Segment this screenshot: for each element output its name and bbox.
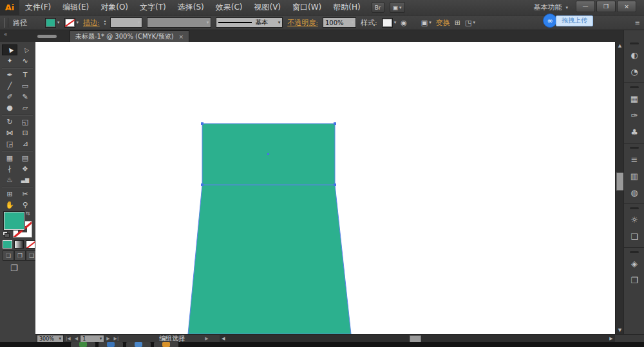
width-profile-select[interactable]: ▾ — [147, 17, 211, 28]
dock-grip[interactable] — [630, 251, 639, 253]
fill-color-control[interactable]: ▾ — [45, 18, 60, 28]
taskbar-app-button[interactable] — [99, 342, 123, 347]
menu-view[interactable]: 视图(V) — [248, 0, 287, 15]
tool-mesh[interactable]: ▦ — [2, 153, 17, 164]
stroke-panel-link[interactable]: 描边: — [83, 18, 100, 28]
tool-pen[interactable]: ✒ — [2, 70, 17, 80]
close-button[interactable]: × — [617, 1, 636, 12]
chevron-down-icon[interactable]: ▾ — [394, 20, 397, 25]
dock-grip[interactable] — [630, 207, 639, 209]
recolor-artwork-icon[interactable]: ◉ — [401, 19, 407, 27]
menu-help[interactable]: 帮助(H) — [327, 0, 366, 15]
taskbar-app-button[interactable] — [154, 342, 178, 347]
style-control[interactable]: ▾ — [382, 18, 397, 28]
brushes-icon[interactable]: ✑ — [624, 107, 644, 124]
color-panel-icon[interactable]: ◐ — [624, 46, 644, 63]
stroke-weight-stepper[interactable]: ▴ ▾ — [104, 19, 106, 26]
color-guide-icon[interactable]: ◔ — [624, 63, 644, 80]
tool-direct-selection[interactable]: ▷ — [17, 44, 33, 55]
select-similar-control[interactable]: ▣ ▾ — [421, 19, 431, 27]
stepper-down-icon[interactable]: ▾ — [104, 23, 106, 26]
fill-indicator[interactable] — [4, 212, 24, 230]
drag-upload-button[interactable]: 拖拽上传 — [556, 15, 593, 26]
stroke-weight-select[interactable]: ▾ — [110, 17, 142, 28]
menu-file[interactable]: 文件(F) — [19, 0, 57, 15]
collapse-tools-icon[interactable]: « — [4, 31, 8, 37]
bridge-icon[interactable]: Br — [372, 2, 384, 13]
menu-type[interactable]: 文字(T) — [134, 0, 172, 15]
tool-rectangle[interactable]: ▭ — [17, 80, 33, 91]
tool-pencil[interactable]: ✎ — [17, 91, 33, 102]
fill-swatch[interactable] — [45, 18, 56, 28]
tool-column-graph[interactable]: ▃▆ — [17, 174, 33, 185]
style-swatch[interactable] — [382, 18, 393, 28]
shape-trapezoid[interactable] — [188, 185, 351, 334]
tool-lasso[interactable]: ∿ — [17, 55, 33, 66]
anchor-top-left[interactable] — [201, 122, 204, 125]
screen-mode-button[interactable]: ❐ — [10, 263, 18, 273]
tool-magic-wand[interactable]: ✦ — [2, 55, 17, 66]
gradient-icon[interactable]: ▥ — [624, 167, 644, 184]
none-fill-button[interactable] — [26, 240, 35, 249]
tool-hand[interactable]: ✋ — [2, 200, 17, 211]
color-fill-button[interactable] — [3, 240, 12, 249]
chevron-down-icon[interactable]: ▾ — [77, 20, 79, 25]
next-artboard-icon[interactable]: ▶ — [104, 336, 111, 341]
swatches-icon[interactable]: ▦ — [624, 90, 644, 107]
tool-paintbrush[interactable]: ✐ — [2, 91, 17, 102]
restore-button[interactable]: ❐ — [596, 1, 616, 12]
draw-behind-button[interactable]: ❐ — [14, 250, 26, 261]
swap-fill-stroke-icon[interactable]: ⇆ — [26, 211, 30, 216]
transform-panel-link[interactable]: 变换 — [436, 18, 450, 28]
menu-effect[interactable]: 效果(C) — [210, 0, 249, 15]
tool-blob-brush[interactable]: ● — [2, 102, 17, 113]
tool-scale[interactable]: ◱ — [17, 117, 33, 127]
tool-rotate[interactable]: ↻ — [2, 117, 17, 127]
opacity-input[interactable]: 100% ▾ — [323, 17, 356, 28]
menu-object[interactable]: 对象(O) — [95, 0, 134, 15]
gradient-fill-button[interactable] — [14, 240, 24, 249]
chevron-down-icon[interactable]: ▾ — [57, 20, 60, 25]
tool-symbol-sprayer[interactable]: ♨ — [2, 174, 17, 185]
select-similar-icon[interactable]: ▣ — [421, 19, 428, 27]
taskbar-app-button[interactable] — [71, 342, 95, 347]
scroll-right-icon[interactable]: ▶ — [607, 336, 615, 341]
tool-perspective-grid[interactable]: ⊿ — [17, 138, 33, 149]
isolate-control[interactable]: ◳ ▾ — [465, 19, 475, 27]
dock-grip[interactable] — [630, 147, 639, 149]
stroke-icon[interactable]: ≡ — [624, 151, 644, 167]
tool-blend[interactable]: ❖ — [17, 164, 33, 174]
graphic-styles-icon[interactable]: ❏ — [624, 228, 644, 245]
anchor-top-right[interactable] — [334, 122, 336, 125]
workspace-switcher[interactable]: 基本功能 ▾ — [533, 3, 568, 12]
stroke-swatch-none[interactable] — [64, 18, 75, 28]
tool-type[interactable]: T — [17, 70, 33, 80]
close-tab-icon[interactable]: × — [179, 33, 184, 40]
tool-eyedropper[interactable]: ∤ — [2, 164, 17, 174]
taskbar-app-button[interactable] — [126, 342, 151, 347]
tool-gradient[interactable]: ▤ — [17, 153, 33, 164]
dock-grip[interactable] — [630, 86, 639, 88]
tool-artboard[interactable]: ⊞ — [2, 189, 17, 200]
transparency-icon[interactable]: ◍ — [624, 184, 644, 201]
align-icon[interactable]: ⊞ — [455, 19, 460, 27]
tool-line-segment[interactable]: ╱ — [2, 80, 17, 91]
tool-free-transform[interactable]: ⊡ — [17, 127, 33, 138]
first-artboard-icon[interactable]: |◀ — [64, 336, 73, 341]
minimize-button[interactable]: — — [576, 1, 595, 12]
symbols-icon[interactable]: ♣ — [624, 124, 644, 140]
prev-artboard-icon[interactable]: ◀ — [73, 336, 80, 341]
menu-window[interactable]: 窗口(W) — [287, 0, 327, 15]
tool-zoom[interactable]: ⚲ — [17, 200, 33, 211]
scroll-left-icon[interactable]: ◀ — [220, 336, 227, 341]
brush-definition-select[interactable]: 基本 ▾ — [216, 17, 283, 28]
dock-grip[interactable] — [630, 42, 639, 44]
opacity-panel-link[interactable]: 不透明度: — [287, 18, 318, 28]
cloud-upload-widget[interactable]: ∞ 拖拽上传 — [543, 14, 593, 28]
isolate-selected-icon[interactable]: ◳ — [465, 19, 471, 27]
chevron-down-icon[interactable]: ▾ — [473, 20, 475, 25]
draw-normal-button[interactable]: ❏ — [3, 250, 14, 261]
stroke-color-control[interactable]: ▾ — [64, 18, 79, 28]
tool-shape-builder[interactable]: ◲ — [2, 138, 17, 149]
tool-eraser[interactable]: ▱ — [17, 102, 33, 113]
